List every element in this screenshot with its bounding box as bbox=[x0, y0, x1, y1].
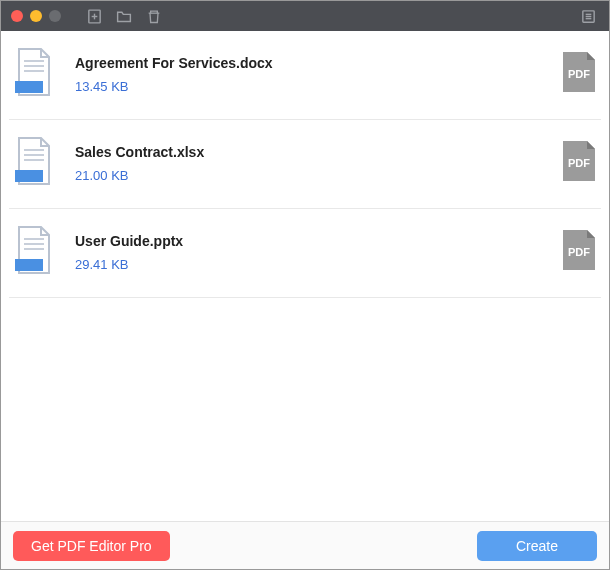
pdf-output-icon: PDF bbox=[561, 50, 597, 98]
minimize-window-button[interactable] bbox=[30, 10, 42, 22]
close-window-button[interactable] bbox=[11, 10, 23, 22]
svg-rect-10 bbox=[15, 81, 43, 93]
document-icon bbox=[13, 136, 55, 190]
pdf-output-icon: PDF bbox=[561, 228, 597, 276]
svg-text:PDF: PDF bbox=[568, 246, 590, 258]
add-page-icon[interactable] bbox=[83, 5, 105, 27]
document-icon bbox=[13, 225, 55, 279]
pdf-output-icon: PDF bbox=[561, 139, 597, 187]
app-window: Agreement For Services.docx 13.45 KB PDF bbox=[0, 0, 610, 570]
file-meta: Sales Contract.xlsx 21.00 KB bbox=[75, 144, 541, 183]
file-name: Sales Contract.xlsx bbox=[75, 144, 541, 160]
svg-rect-15 bbox=[15, 170, 43, 182]
footer: Get PDF Editor Pro Create bbox=[1, 521, 609, 569]
get-pro-button[interactable]: Get PDF Editor Pro bbox=[13, 531, 170, 561]
file-meta: User Guide.pptx 29.41 KB bbox=[75, 233, 541, 272]
file-size: 29.41 KB bbox=[75, 257, 541, 272]
file-size: 21.00 KB bbox=[75, 168, 541, 183]
file-row[interactable]: Sales Contract.xlsx 21.00 KB PDF bbox=[9, 120, 601, 209]
zoom-window-button[interactable] bbox=[49, 10, 61, 22]
create-button[interactable]: Create bbox=[477, 531, 597, 561]
file-name: User Guide.pptx bbox=[75, 233, 541, 249]
file-meta: Agreement For Services.docx 13.45 KB bbox=[75, 55, 541, 94]
file-row[interactable]: User Guide.pptx 29.41 KB PDF bbox=[9, 209, 601, 298]
trash-icon[interactable] bbox=[143, 5, 165, 27]
file-name: Agreement For Services.docx bbox=[75, 55, 541, 71]
folder-icon[interactable] bbox=[113, 5, 135, 27]
file-list: Agreement For Services.docx 13.45 KB PDF bbox=[1, 31, 609, 521]
svg-text:PDF: PDF bbox=[568, 68, 590, 80]
document-icon bbox=[13, 47, 55, 101]
file-row[interactable]: Agreement For Services.docx 13.45 KB PDF bbox=[9, 31, 601, 120]
svg-rect-20 bbox=[15, 259, 43, 271]
window-controls bbox=[11, 10, 61, 22]
file-size: 13.45 KB bbox=[75, 79, 541, 94]
titlebar bbox=[1, 1, 609, 31]
list-icon[interactable] bbox=[577, 5, 599, 27]
svg-text:PDF: PDF bbox=[568, 157, 590, 169]
